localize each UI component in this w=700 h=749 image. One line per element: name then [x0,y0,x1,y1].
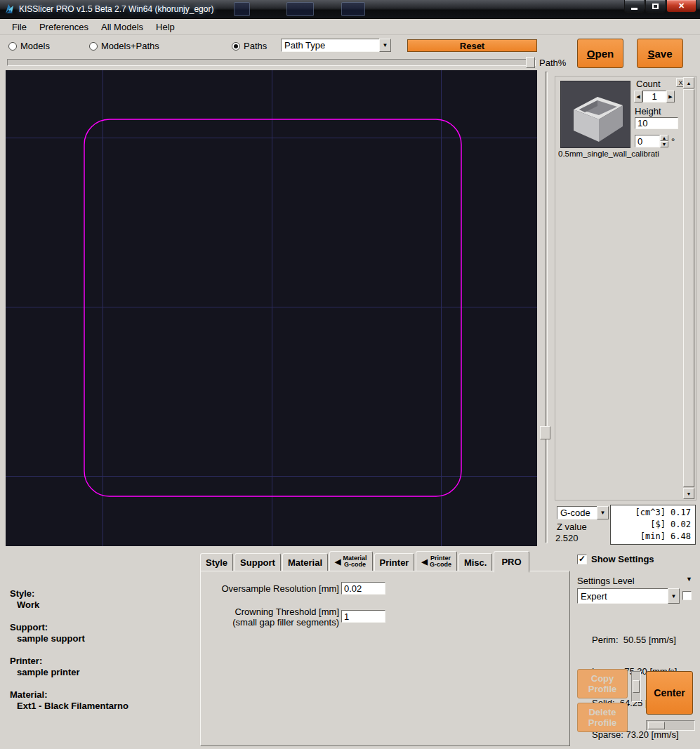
left-arrow-icon: ◀ [421,557,427,566]
count-label: Count [636,79,661,89]
aero-ghost [234,2,250,16]
chevron-down-icon[interactable]: ▼ [597,506,609,519]
crowning-input[interactable] [341,610,385,623]
radio-models-label: Models [20,41,50,51]
printer-value: sample printer [10,667,128,678]
minimize-button[interactable] [624,0,645,13]
rotation-up-icon[interactable]: ▲ [660,135,668,141]
reset-button[interactable]: Reset [407,39,537,52]
minimize-icon [631,8,638,10]
count-increment-icon[interactable]: ▶ [666,91,675,102]
oversample-input[interactable] [341,582,385,595]
maximize-icon [652,4,659,9]
window-buttons: ✕ [623,0,696,13]
rotation-value[interactable]: 0 [635,135,660,147]
scroll-down-icon[interactable]: ▼ [683,488,694,499]
oversample-label: Oversample Resolution [mm] [211,583,339,594]
aero-ghost [286,2,314,16]
close-button[interactable]: ✕ [666,0,696,13]
open-button[interactable]: Open [577,39,623,68]
height-input[interactable]: 10 [635,117,678,129]
show-settings[interactable]: ✓ Show Settings [577,554,654,564]
radio-models[interactable]: Models [8,41,50,51]
radio-paths-label: Paths [244,41,267,51]
model-list-panel: Count ◀ 1 ▶ X Height 10 0 ▲ ▼ ° 0.5mm_si… [555,76,696,501]
z-value-label: Z value [557,522,587,532]
rotation-spinner: 0 ▲ ▼ ° [635,135,675,147]
stat-cost: [$] 0.02 [615,519,691,531]
radio-paths[interactable]: Paths [232,41,267,51]
model-filename: 0.5mm_single_wall_calibrati [558,150,684,158]
menu-preferences[interactable]: Preferences [33,20,95,34]
settings-level-label: Settings Level [577,576,635,586]
tab-misc[interactable]: Misc. [458,553,493,571]
path-type-combo[interactable]: Path Type ▼ [281,39,391,52]
left-arrow-icon: ◀ [335,557,341,566]
maximize-button[interactable] [645,0,666,13]
print-stats-box: [cm^3] 0.17 [$] 0.02 [min] 6.48 [610,505,696,545]
path-type-combo-value: Path Type [281,39,379,52]
check-icon: ✓ [579,555,586,563]
height-label: Height [635,106,661,117]
model-thumbnail[interactable] [560,81,630,148]
delete-profile-button[interactable]: Delete Profile [577,703,628,732]
gcode-combo-value: G-code [557,506,597,519]
viewport-canvas [6,70,537,546]
style-label: Style: [10,588,128,599]
chevron-down-icon[interactable]: ▼ [668,588,680,604]
tab-printer[interactable]: Printer [374,553,415,571]
center-button[interactable]: Center [646,671,693,715]
path-percent-slider-thumb[interactable] [526,57,535,68]
z-value: 2.520 [555,533,579,543]
tab-material-gcode[interactable]: ◀ MaterialG-code [329,551,372,571]
path-percent-slider-track[interactable] [7,59,536,66]
close-icon: ✕ [678,2,685,10]
model-box-icon [561,81,630,147]
pro-tab-panel: Oversample Resolution [mm] Crowning Thre… [200,571,570,746]
level-lock-checkbox[interactable] [682,591,692,600]
gcode-combo[interactable]: G-code ▼ [557,506,609,519]
printer-label: Printer: [10,656,128,667]
count-decrement-icon[interactable]: ◀ [634,91,642,102]
z-slider-track[interactable] [545,72,548,543]
z-slider-thumb[interactable] [540,426,550,439]
menubar: File Preferences All Models Help [0,19,700,35]
titlebar: KISSlicer PRO v1.5 Beta 2.7 Win64 (khoru… [0,0,700,19]
style-value: Work [10,599,128,611]
menu-file[interactable]: File [6,20,33,34]
scroll-up-icon[interactable]: ▲ [683,77,694,88]
mini-scrollbar-thumb[interactable] [648,722,665,729]
speed-perim: Perim: 50.55 [mm/s] [592,635,679,645]
menu-all-models[interactable]: All Models [95,20,150,34]
profile-mini-scrollbar[interactable] [631,671,641,702]
tab-printer-gcode[interactable]: ◀ PrinterG-code [416,551,456,571]
radio-models-paths[interactable]: Models+Paths [89,41,159,51]
menu-help[interactable]: Help [150,20,181,34]
viewport[interactable] [6,70,537,546]
tab-support[interactable]: Support [235,553,281,571]
chevron-down-icon[interactable]: ▼ [379,39,391,52]
scrollbar-thumb[interactable] [683,89,694,487]
settings-level-combo[interactable]: Expert ▼ [577,588,680,604]
tab-style[interactable]: Style [200,553,233,571]
rotation-down-icon[interactable]: ▼ [660,141,668,147]
stat-volume: [cm^3] 0.17 [615,507,691,519]
settings-tabs: Style Support Material ◀ MaterialG-code … [200,551,531,571]
toolpath-outline [84,119,461,496]
copy-profile-button[interactable]: Copy Profile [577,669,628,698]
mini-scrollbar-thumb[interactable] [633,680,640,693]
app-icon [4,4,15,15]
stat-time: [min] 6.48 [615,531,691,543]
material-value: Ext1 - Black Filamentarno [10,701,128,712]
collapse-chevron-icon[interactable]: ▼ [686,576,692,583]
radio-models-paths-label: Models+Paths [101,41,159,51]
tab-pro[interactable]: PRO [494,551,529,573]
show-settings-checkbox[interactable]: ✓ [577,555,587,564]
tab-material[interactable]: Material [282,553,328,571]
model-panel-scrollbar[interactable]: ▲ ▼ [683,77,695,499]
bottom-mini-scrollbar[interactable] [646,720,695,731]
save-button[interactable]: Save [637,39,683,68]
count-value[interactable]: 1 [642,91,666,102]
crowning-label: Crowning Threshold [mm] [211,607,339,617]
material-label: Material: [10,689,128,701]
